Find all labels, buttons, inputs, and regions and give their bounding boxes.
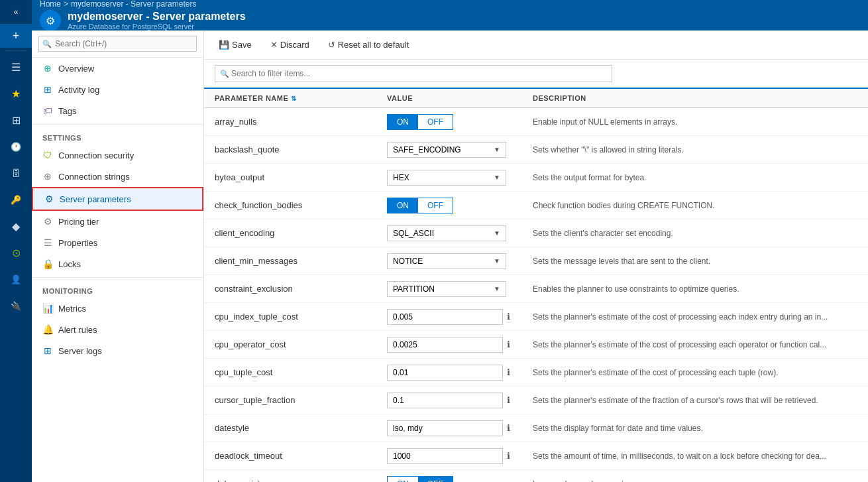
sidebar-item-label: Properties: [58, 238, 97, 248]
nav-plugin-icon[interactable]: 🔌: [0, 292, 32, 319]
expand-sidebar-button[interactable]: «: [0, 0, 32, 24]
sidebar-item-activity-log[interactable]: ⊞ Activity log: [32, 79, 203, 100]
table-row: cpu_tuple_costℹSets the planner's estima…: [204, 359, 868, 387]
toggle-off-button[interactable]: OFF: [418, 115, 453, 129]
toggle-group: ONOFF: [387, 198, 453, 213]
info-icon[interactable]: ℹ: [507, 339, 510, 349]
nav-dashboard-icon[interactable]: ⊞: [0, 107, 32, 133]
page-icon: ⚙: [40, 10, 61, 31]
reset-button[interactable]: ↺ Reset all to default: [324, 37, 413, 52]
sidebar-search-input[interactable]: [38, 36, 197, 52]
sidebar-item-server-logs[interactable]: ⊞ Server logs: [32, 340, 203, 361]
param-input[interactable]: [387, 392, 503, 408]
param-input[interactable]: [387, 448, 503, 464]
chevron-down-icon: ▼: [494, 146, 500, 153]
discard-button[interactable]: ✕ Discard: [266, 37, 313, 52]
param-input[interactable]: [387, 365, 503, 381]
param-desc: Logs each query's parse tree.: [533, 479, 857, 483]
param-value: HEX▼: [387, 170, 533, 186]
metrics-icon: 📊: [42, 303, 53, 314]
breadcrumb-current: mydemoserver - Server parameters: [71, 0, 196, 9]
toggle-on-button[interactable]: ON: [388, 477, 418, 483]
param-name: cpu_index_tuple_cost: [215, 312, 387, 322]
dropdown-value: PARTITION: [393, 284, 435, 294]
toggle-on-button[interactable]: ON: [388, 198, 418, 213]
create-resource-button[interactable]: +: [0, 24, 32, 48]
sidebar-item-connection-security[interactable]: 🛡 Connection security: [32, 145, 203, 166]
toggle-off-button[interactable]: OFF: [418, 198, 453, 213]
param-name: cursor_tuple_fraction: [215, 395, 387, 405]
info-icon[interactable]: ℹ: [507, 367, 510, 377]
info-icon[interactable]: ℹ: [507, 451, 510, 461]
toggle-group: ONOFF: [387, 476, 453, 483]
filter-input[interactable]: [215, 65, 612, 82]
col-header-value: VALUE: [387, 94, 533, 102]
dropdown[interactable]: SAFE_ENCODING▼: [387, 142, 506, 158]
nav-menu-icon[interactable]: ☰: [0, 54, 32, 80]
sidebar-item-properties[interactable]: ☰ Properties: [32, 232, 203, 253]
param-name: array_nulls: [215, 117, 387, 127]
sidebar-item-locks[interactable]: 🔒 Locks: [32, 253, 203, 274]
param-desc: Sets whether "\" is allowed in string li…: [533, 145, 857, 154]
param-desc: Sets the message levels that are sent to…: [533, 257, 857, 266]
param-value: ℹ: [387, 337, 533, 353]
dropdown[interactable]: SQL_ASCII▼: [387, 225, 506, 241]
sidebar-item-connection-strings[interactable]: ⊕ Connection strings: [32, 166, 203, 187]
info-icon[interactable]: ℹ: [507, 423, 510, 433]
param-name: client_encoding: [215, 228, 387, 238]
save-button[interactable]: 💾 Save: [215, 37, 256, 52]
toggle-on-button[interactable]: ON: [388, 115, 418, 129]
info-icon[interactable]: ℹ: [507, 395, 510, 405]
sidebar-item-server-parameters[interactable]: ⚙ Server parameters: [32, 187, 203, 211]
dropdown-value: SAFE_ENCODING: [393, 145, 461, 154]
server-logs-icon: ⊞: [42, 345, 53, 356]
dropdown[interactable]: PARTITION▼: [387, 281, 506, 297]
sidebar-item-label: Connection security: [58, 151, 134, 160]
param-desc: Sets the planner's estimate of the cost …: [533, 312, 857, 322]
dropdown-value: SQL_ASCII: [393, 229, 434, 238]
dropdown[interactable]: NOTICE▼: [387, 253, 506, 269]
nav-favorites-icon[interactable]: ★: [0, 80, 32, 107]
param-value: ONOFF: [387, 114, 533, 130]
param-input[interactable]: [387, 337, 503, 353]
table-row: debug_print_parseONOFFLogs each query's …: [204, 470, 868, 482]
nav-circle-icon[interactable]: ⊙: [0, 239, 32, 266]
breadcrumb-home[interactable]: Home: [40, 0, 61, 9]
param-input[interactable]: [387, 309, 503, 325]
main-panel: 💾 Save ✕ Discard ↺ Reset all to default …: [204, 30, 868, 482]
param-desc: Sets the planner's estimate of the fract…: [533, 396, 857, 405]
nav-clock-icon[interactable]: 🕐: [0, 133, 32, 160]
sidebar-search-area: 🔍: [32, 30, 203, 58]
dropdown[interactable]: HEX▼: [387, 170, 506, 186]
sidebar-item-tags[interactable]: 🏷 Tags: [32, 100, 203, 121]
toggle-off-button[interactable]: OFF: [418, 477, 453, 483]
param-value: SQL_ASCII▼: [387, 225, 533, 241]
sidebar-item-label: Connection strings: [58, 172, 130, 182]
nav-diamond-icon[interactable]: ◆: [0, 213, 32, 239]
server-parameters-icon: ⚙: [44, 194, 54, 204]
chevron-down-icon: ▼: [494, 285, 500, 292]
toggle-group: ONOFF: [387, 114, 453, 130]
sort-icon[interactable]: ⇅: [291, 95, 297, 102]
sidebar-item-pricing-tier[interactable]: ⚙ Pricing tier: [32, 211, 203, 232]
properties-icon: ☰: [42, 237, 53, 248]
breadcrumb: Home > mydemoserver - Server parameters: [40, 0, 860, 9]
chevron-down-icon: ▼: [494, 174, 500, 181]
nav-key-icon[interactable]: 🔑: [0, 186, 32, 213]
table-row: constraint_exclusionPARTITION▼Enables th…: [204, 275, 868, 303]
sidebar: 🔍 ⊕ Overview ⊞ Activity log 🏷 Tags SETTI…: [32, 30, 204, 482]
nav-user-icon[interactable]: 👤: [0, 266, 32, 292]
activity-bar: « + ☰ ★ ⊞ 🕐 🗄 🔑 ◆ ⊙ 👤 🔌: [0, 0, 32, 482]
nav-database-icon[interactable]: 🗄: [0, 160, 32, 186]
param-desc: Sets the planner's estimate of the cost …: [533, 340, 857, 349]
sidebar-item-alert-rules[interactable]: 🔔 Alert rules: [32, 319, 203, 340]
param-desc: Sets the output format for bytea.: [533, 173, 857, 182]
sidebar-item-overview[interactable]: ⊕ Overview: [32, 58, 203, 79]
connection-strings-icon: ⊕: [42, 171, 53, 182]
param-input[interactable]: [387, 420, 503, 436]
sidebar-item-metrics[interactable]: 📊 Metrics: [32, 298, 203, 319]
param-name: constraint_exclusion: [215, 284, 387, 294]
col-header-desc: DESCRIPTION: [533, 94, 857, 102]
sidebar-item-label: Overview: [58, 64, 94, 74]
info-icon[interactable]: ℹ: [507, 312, 510, 322]
